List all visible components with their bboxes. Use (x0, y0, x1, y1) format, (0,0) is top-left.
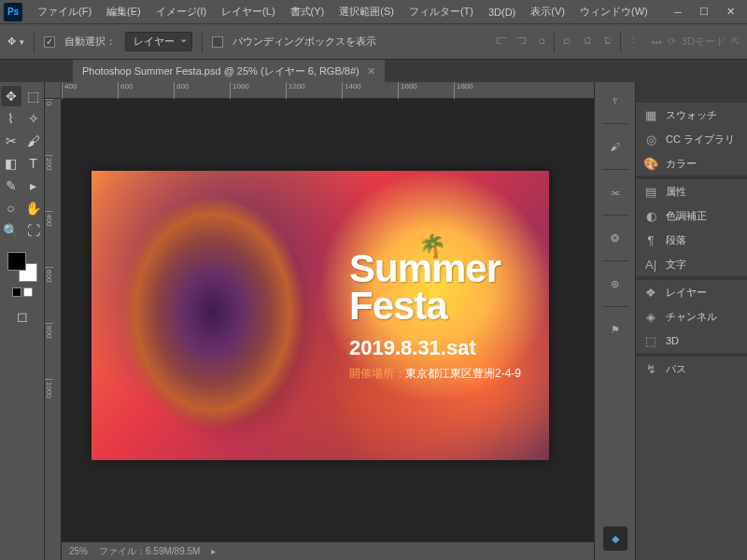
panel-adjustments[interactable]: ◐色調補正 (636, 203, 747, 228)
rail-brush-icon[interactable]: 🖌 (602, 133, 628, 160)
move-tool[interactable]: ✥ (1, 86, 21, 106)
close-tab-icon[interactable]: ✕ (367, 65, 375, 77)
ruler-tick: 1200 (286, 82, 342, 99)
statusbar-chevron-icon[interactable]: ▸ (211, 546, 216, 556)
ruler-tick: 800 (45, 323, 53, 379)
menu-3d[interactable]: 3D(D) (481, 0, 523, 24)
ellipse-tool[interactable]: ○ (1, 198, 21, 218)
artwork-location-label: 開催場所： (349, 367, 405, 380)
ruler-vertical: 0 200 400 600 800 1000 (45, 99, 62, 560)
ruler-origin[interactable] (45, 82, 62, 99)
ruler-tick: 1000 (230, 82, 286, 99)
panel-character[interactable]: A|文字 (636, 252, 747, 276)
panel-label: カラー (666, 157, 697, 171)
channels-icon: ◈ (643, 309, 658, 324)
document-tab[interactable]: Photoshop Summer Festa.psd @ 25% (レイヤー 6… (73, 60, 385, 82)
cclib-icon: ◎ (643, 132, 658, 147)
zoom-level[interactable]: 25% (69, 546, 88, 556)
panel-3d[interactable]: ⬚3D (636, 329, 747, 353)
foreground-color-swatch[interactable] (7, 252, 26, 271)
panel-paths[interactable]: ↯パス (636, 357, 747, 381)
panel-swatches[interactable]: ▦スウォッチ (636, 103, 747, 127)
menu-view[interactable]: 表示(V) (523, 0, 572, 24)
menu-image[interactable]: イメージ(I) (148, 0, 214, 24)
align-top-icon[interactable]: ⫐ (558, 32, 575, 49)
panel-paragraph[interactable]: ¶段落 (636, 228, 747, 252)
palm-tree-icon: 🌴 (418, 233, 446, 259)
panel-label: 3D (666, 335, 679, 346)
panel-color[interactable]: 🎨カラー (636, 151, 747, 175)
ruler-tick: 1400 (342, 82, 398, 99)
artwork-portrait (110, 199, 316, 451)
swap-colors-icon[interactable] (23, 287, 33, 297)
color-swatches[interactable] (7, 252, 37, 282)
3d-mode-icon: ⟳ (668, 35, 676, 48)
magic-wand-tool[interactable]: ✧ (23, 108, 44, 129)
artwork-text-block: 🌴 Summer Festa 2019.8.31.sat 開催場所：東京都江東区… (349, 250, 521, 382)
rail-3d-cube-icon[interactable]: ◆ (603, 526, 627, 551)
pen-tool[interactable]: ✎ (1, 175, 21, 196)
default-colors-icon[interactable] (12, 287, 21, 297)
maximize-button[interactable]: ☐ (691, 3, 717, 21)
quickmask-tool[interactable]: ◻ (12, 306, 33, 327)
panels-dock: ▦スウォッチ ◎CC ライブラリ 🎨カラー ▤属性 ◐色調補正 ¶段落 A|文字… (635, 82, 747, 560)
menu-layer[interactable]: レイヤー(L) (214, 0, 282, 24)
align-bottom-icon[interactable]: ⫒ (599, 32, 616, 49)
paths-icon: ↯ (643, 361, 658, 376)
status-bar: 25% ファイル：6.59M/89.5M ▸ (62, 541, 594, 560)
ruler-tick: 400 (45, 211, 53, 267)
move-tool-icon: ✥ (7, 35, 16, 48)
menu-window[interactable]: ウィンドウ(W) (572, 0, 655, 24)
hand-tool[interactable]: ✋ (23, 198, 44, 218)
distribute-icon[interactable]: ⋮ (625, 32, 641, 49)
separator (202, 32, 203, 52)
ruler-tick: 1600 (398, 82, 454, 99)
3d-icon: ⬚ (643, 333, 658, 348)
artwork-location: 東京都江東区豊洲2-4-9 (405, 367, 521, 380)
align-center-h-icon[interactable]: ⫎ (513, 32, 529, 49)
auto-select-dropdown[interactable]: レイヤー (125, 32, 192, 51)
align-left-icon[interactable]: ⫍ (492, 32, 509, 49)
menu-edit[interactable]: 編集(E) (99, 0, 148, 24)
menu-filter[interactable]: フィルター(T) (402, 0, 481, 24)
crop-tool[interactable]: ✂ (1, 131, 21, 151)
eraser-tool[interactable]: ◧ (1, 153, 21, 174)
panel-label: チャンネル (666, 310, 717, 324)
bounding-box-checkbox[interactable] (212, 36, 223, 48)
panel-label: 属性 (666, 185, 686, 199)
more-icon[interactable]: ••• (651, 36, 662, 48)
lasso-tool[interactable]: ⌇ (1, 108, 21, 129)
rail-history-icon[interactable]: ❂ (602, 225, 628, 251)
paragraph-icon: ¶ (643, 232, 658, 247)
panel-header[interactable] (636, 82, 747, 103)
close-button[interactable]: ✕ (717, 3, 743, 21)
minimize-button[interactable]: ─ (665, 3, 691, 21)
path-select-tool[interactable]: ▸ (23, 175, 44, 196)
align-middle-icon[interactable]: ⫑ (579, 32, 596, 49)
rail-nav-icon[interactable]: ⚑ (602, 316, 628, 343)
rail-share-icon[interactable]: ⫘ (602, 179, 628, 205)
panel-layers[interactable]: ❖レイヤー (636, 280, 747, 304)
layers-icon: ❖ (643, 285, 658, 300)
swatches-icon: ▦ (643, 107, 658, 122)
auto-select-checkbox[interactable] (44, 36, 55, 48)
rail-info-icon[interactable]: ⊛ (602, 271, 628, 297)
panel-cclib[interactable]: ◎CC ライブラリ (636, 127, 747, 151)
chevron-down-icon[interactable]: ▾ (20, 37, 24, 47)
brush-tool[interactable]: 🖌 (23, 131, 44, 151)
ruler-tick: 1000 (45, 379, 53, 435)
canvas-area[interactable]: 400 600 800 1000 1200 1400 1600 1800 0 2… (45, 82, 594, 560)
rail-adjustments-icon[interactable]: ⫯ (602, 88, 628, 114)
artboard[interactable]: 🌴 Summer Festa 2019.8.31.sat 開催場所：東京都江東区… (92, 171, 549, 460)
menu-select[interactable]: 選択範囲(S) (331, 0, 402, 24)
zoom-tool[interactable]: 🔍 (1, 220, 21, 241)
type-tool[interactable]: T (23, 153, 44, 174)
marquee-tool[interactable]: ⬚ (23, 86, 44, 106)
share-icon[interactable]: ⇱ (731, 35, 740, 48)
panel-properties[interactable]: ▤属性 (636, 179, 747, 203)
menu-type[interactable]: 書式(Y) (283, 0, 332, 24)
menu-file[interactable]: ファイル(F) (30, 0, 99, 24)
align-right-icon[interactable]: ⫏ (533, 32, 550, 49)
panel-channels[interactable]: ◈チャンネル (636, 304, 747, 329)
artboard-tool[interactable]: ⛶ (23, 220, 44, 241)
